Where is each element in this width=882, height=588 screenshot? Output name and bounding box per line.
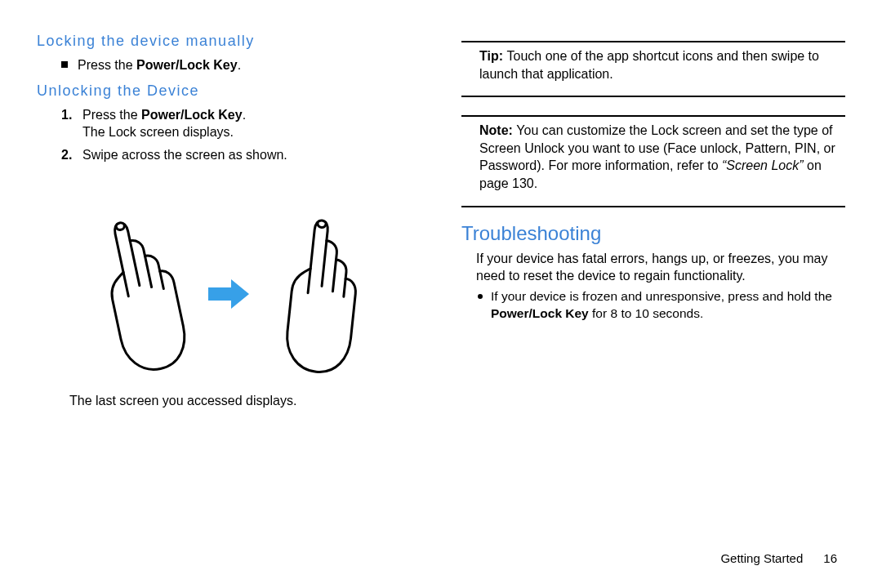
hand-right-icon	[265, 212, 372, 376]
divider	[461, 206, 845, 207]
tip-text: Touch one of the app shortcut icons and …	[479, 49, 819, 81]
footer-section: Getting Started	[720, 551, 803, 565]
text-bold: Power/Lock Key	[136, 58, 238, 72]
troubleshoot-bullet: If your device is frozen and unresponsiv…	[461, 288, 845, 323]
after-illustration-text: The last screen you accessed displays.	[37, 392, 421, 410]
lock-instruction-text: Press the Power/Lock Key.	[78, 56, 241, 74]
swipe-illustration	[37, 212, 421, 376]
square-bullet-icon	[61, 61, 68, 68]
text-fragment: for 8 to 10 seconds.	[589, 306, 703, 320]
step-2: 2. Swipe across the screen as shown.	[37, 146, 421, 164]
svg-marker-3	[208, 279, 249, 309]
divider	[461, 96, 845, 97]
heading-unlocking: Unlocking the Device	[37, 82, 421, 100]
divider	[461, 41, 845, 42]
footer-page-number: 16	[823, 551, 837, 565]
page-footer: Getting Started 16	[720, 551, 837, 565]
left-column: Locking the device manually Press the Po…	[37, 33, 441, 564]
troubleshoot-bullet-text: If your device is frozen and unresponsiv…	[491, 288, 845, 323]
step-number: 2.	[61, 146, 76, 164]
right-column: Tip: Touch one of the app shortcut icons…	[441, 33, 845, 564]
text-fragment: .	[243, 108, 246, 122]
hand-left-icon	[86, 212, 192, 376]
note-label: Note:	[479, 123, 516, 137]
note-block: Note: You can customize the Lock screen …	[461, 122, 845, 197]
manual-page: Locking the device manually Press the Po…	[0, 0, 882, 588]
heading-troubleshooting: Troubleshooting	[461, 222, 845, 245]
troubleshoot-intro: If your device has fatal errors, hangs u…	[461, 250, 845, 285]
step-2-text: Swipe across the screen as shown.	[82, 146, 287, 164]
text-fragment: If your device is frozen and unresponsiv…	[491, 289, 832, 303]
heading-locking: Locking the device manually	[37, 33, 421, 50]
step-1: 1. Press the Power/Lock Key. The Lock sc…	[37, 106, 421, 141]
lock-instruction: Press the Power/Lock Key.	[37, 56, 421, 74]
arrow-right-icon	[208, 279, 249, 309]
tip-block: Tip: Touch one of the app shortcut icons…	[461, 47, 845, 87]
text-fragment: .	[238, 58, 241, 72]
tip-label: Tip:	[479, 49, 506, 63]
text-bold: Power/Lock Key	[141, 108, 243, 122]
step-1-text: Press the Power/Lock Key. The Lock scree…	[82, 106, 246, 141]
divider	[461, 115, 845, 117]
text-bold: Power/Lock Key	[491, 306, 589, 320]
step-1-line2: The Lock screen displays.	[82, 123, 246, 141]
note-reference-italic: “Screen Lock”	[722, 158, 804, 172]
text-fragment: Press the	[78, 58, 136, 72]
dot-bullet-icon	[478, 294, 483, 299]
text-fragment: Press the	[82, 108, 141, 122]
step-number: 1.	[61, 106, 76, 141]
